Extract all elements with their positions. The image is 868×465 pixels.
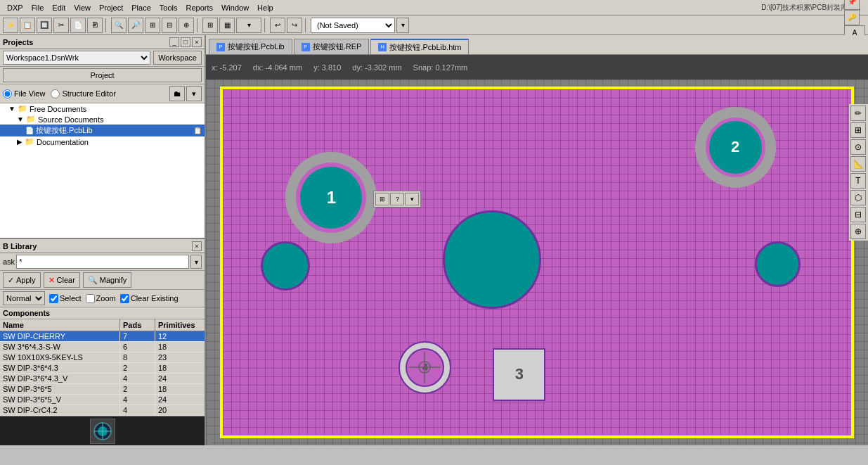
menu-reports[interactable]: Reports bbox=[181, 2, 217, 13]
pcb-board[interactable]: 2 1 ⊞ ? ▾ bbox=[220, 87, 854, 438]
preview-svg bbox=[92, 421, 113, 442]
tree-pcblib-file[interactable]: 📄 按键按钮.PcbLib 📋 bbox=[0, 125, 205, 136]
toolbar-btn-2[interactable]: 📋 bbox=[20, 18, 35, 33]
save-state-dropdown[interactable]: (Not Saved) bbox=[311, 18, 395, 33]
library-title: B Library bbox=[3, 242, 37, 250]
apply-button[interactable]: ✓ Apply bbox=[3, 272, 41, 288]
comp-row-5[interactable]: SW DIP-3*6*5 2 18 bbox=[0, 384, 205, 395]
canvas-right-btn-8[interactable]: ⊕ bbox=[850, 224, 866, 239]
toolbar-grid[interactable]: ⊞ bbox=[202, 18, 218, 33]
comp-row-0[interactable]: SW DIP-CHERRY 7 12 bbox=[0, 331, 205, 342]
menu-tools[interactable]: Tools bbox=[155, 2, 182, 13]
toolbar-zoom-out[interactable]: 🔍 bbox=[111, 18, 127, 33]
canvas-right-btn-7[interactable]: ⊟ bbox=[850, 207, 866, 222]
comp-name-3: SW DIP-3*6*4.3 bbox=[0, 363, 120, 373]
canvas-right-toolbar: ✏ ⊞ ⊙ 📐 T ⬡ ⊟ ⊕ bbox=[848, 104, 868, 241]
comp-row-6[interactable]: SW DIP-3*6*5_V 4 24 bbox=[0, 395, 205, 405]
small-pad-right bbox=[755, 241, 801, 287]
canvas-right-btn-1[interactable]: ✏ bbox=[850, 106, 866, 121]
comp-row-1[interactable]: SW 3*6*4.3-S-W 6 18 bbox=[0, 342, 205, 352]
toolbar-fit[interactable]: ⊞ bbox=[145, 18, 160, 33]
workspace-select[interactable]: Workspace1.DsnWrk bbox=[3, 51, 150, 65]
toolbar-btn-7[interactable]: ⊟ bbox=[162, 18, 177, 33]
menu-project[interactable]: Project bbox=[95, 2, 127, 13]
zoom-checkbox-label[interactable]: Zoom bbox=[86, 294, 116, 303]
floating-toolbar[interactable]: ⊞ ? ▾ bbox=[373, 191, 421, 208]
tab-1[interactable]: P 按键按钮.REP bbox=[294, 39, 370, 54]
canvas-right-btn-4[interactable]: 📐 bbox=[850, 156, 866, 172]
toolbar-btn-1[interactable]: ⚡ bbox=[3, 18, 18, 33]
panel-minimize-btn[interactable]: _ bbox=[169, 37, 179, 47]
resize-handle[interactable]: ◢ bbox=[206, 437, 214, 445]
toolbar-btn-4[interactable]: ✂ bbox=[53, 18, 69, 33]
comp-row-7[interactable]: SW DIP-CrC4.2 4 20 bbox=[0, 405, 205, 416]
menu-file[interactable]: File bbox=[27, 2, 48, 13]
file-view-radio-label[interactable]: File View bbox=[3, 89, 45, 98]
menu-window[interactable]: Window bbox=[217, 2, 253, 13]
col-pads-header: Pads bbox=[120, 319, 155, 331]
toolbar-btn-9[interactable]: ▦ bbox=[219, 18, 235, 33]
panel-close-btn[interactable]: × bbox=[192, 37, 202, 47]
pcb-canvas[interactable]: 2 1 ⊞ ? ▾ bbox=[206, 79, 868, 445]
toolbar-separator-4 bbox=[305, 18, 308, 32]
panel-float-btn[interactable]: □ bbox=[181, 37, 190, 47]
source-docs-folder-icon: 📁 bbox=[26, 115, 36, 124]
canvas-right-btn-2[interactable]: ⊞ bbox=[850, 122, 866, 138]
tree-documentation[interactable]: ▶ 📁 Documentation bbox=[0, 136, 205, 147]
tab-2[interactable]: H 按键按钮.PcbLib.htm bbox=[370, 39, 469, 54]
search-label: ask bbox=[3, 257, 15, 266]
tree-source-documents[interactable]: ▼ 📁 Source Documents bbox=[0, 114, 205, 125]
menu-bar: DXP File Edit View Project Place Tools R… bbox=[0, 0, 868, 15]
search-dropdown-btn[interactable]: ▾ bbox=[190, 255, 202, 269]
toolbar-undo[interactable]: ↩ bbox=[270, 18, 285, 33]
menu-edit[interactable]: Edit bbox=[48, 2, 70, 13]
comp-row-3[interactable]: SW DIP-3*6*4.3 2 18 bbox=[0, 363, 205, 374]
clear-button[interactable]: ✕ Clear bbox=[44, 272, 80, 288]
view-icon-btn-1[interactable]: 🖿 bbox=[169, 86, 185, 101]
select-checkbox[interactable] bbox=[49, 294, 58, 303]
menu-help[interactable]: Help bbox=[253, 2, 278, 13]
comp-row-4[interactable]: SW DIP-3*6*4.3_V 4 24 bbox=[0, 374, 205, 384]
menu-place[interactable]: Place bbox=[127, 2, 155, 13]
search-input[interactable] bbox=[16, 255, 189, 269]
toolbar-btn-6[interactable]: 🖹 bbox=[87, 18, 103, 33]
tree-free-documents[interactable]: ▼ 📁 Free Documents bbox=[0, 103, 205, 114]
menu-dxp[interactable]: DXP bbox=[3, 2, 27, 13]
toolbar-zoom-in[interactable]: 🔎 bbox=[128, 18, 143, 33]
component-1-ring: 1 bbox=[285, 152, 377, 243]
workspace-button[interactable]: Workspace bbox=[153, 51, 202, 65]
clear-existing-checkbox[interactable] bbox=[120, 294, 129, 303]
file-view-radio[interactable] bbox=[3, 89, 12, 98]
toolbar-btn-10[interactable]: ▾ bbox=[236, 18, 261, 33]
toolbar-btn-8[interactable]: ⊕ bbox=[179, 18, 194, 33]
select-checkbox-label[interactable]: Select bbox=[49, 294, 82, 303]
tab-0[interactable]: P 按键按钮.PcbLib bbox=[209, 39, 292, 54]
view-icon-btn-2[interactable]: ▾ bbox=[186, 86, 202, 101]
toolbar-key[interactable]: 🔑 bbox=[844, 10, 860, 25]
source-docs-expand-icon: ▼ bbox=[17, 115, 24, 123]
float-toolbar-btn-2[interactable]: ? bbox=[390, 193, 404, 205]
canvas-right-btn-5[interactable]: T bbox=[850, 173, 866, 189]
toolbar-pin[interactable]: 📌 bbox=[844, 0, 860, 10]
float-toolbar-btn-3[interactable]: ▾ bbox=[405, 193, 419, 205]
magnify-button[interactable]: 🔍 Magnify bbox=[83, 272, 132, 288]
float-toolbar-btn-1[interactable]: ⊞ bbox=[375, 193, 389, 205]
canvas-right-btn-6[interactable]: ⬡ bbox=[850, 190, 866, 205]
structure-editor-radio[interactable] bbox=[51, 89, 60, 98]
normal-select[interactable]: Normal bbox=[3, 291, 45, 305]
structure-editor-radio-label[interactable]: Structure Editor bbox=[51, 89, 115, 98]
comp-row-2[interactable]: SW 10X10X9-5KEY-LS 8 23 bbox=[0, 352, 205, 363]
toolbar-btn-3[interactable]: 🔲 bbox=[37, 18, 52, 33]
comp-name-1: SW 3*6*4.3-S-W bbox=[0, 342, 120, 352]
project-button[interactable]: Project bbox=[3, 68, 202, 82]
toolbar-redo[interactable]: ↪ bbox=[287, 18, 302, 33]
toolbar-btn-5[interactable]: 📄 bbox=[70, 18, 86, 33]
save-dropdown-btn[interactable]: ▾ bbox=[396, 18, 409, 33]
components-table-header: Name Pads Primitives bbox=[0, 319, 205, 331]
col-name-header: Name bbox=[0, 319, 120, 331]
zoom-checkbox[interactable] bbox=[86, 294, 95, 303]
library-panel-close-btn[interactable]: × bbox=[192, 241, 202, 251]
clear-existing-checkbox-label[interactable]: Clear Existing bbox=[120, 294, 179, 303]
menu-view[interactable]: View bbox=[70, 2, 95, 13]
canvas-right-btn-3[interactable]: ⊙ bbox=[850, 139, 866, 155]
